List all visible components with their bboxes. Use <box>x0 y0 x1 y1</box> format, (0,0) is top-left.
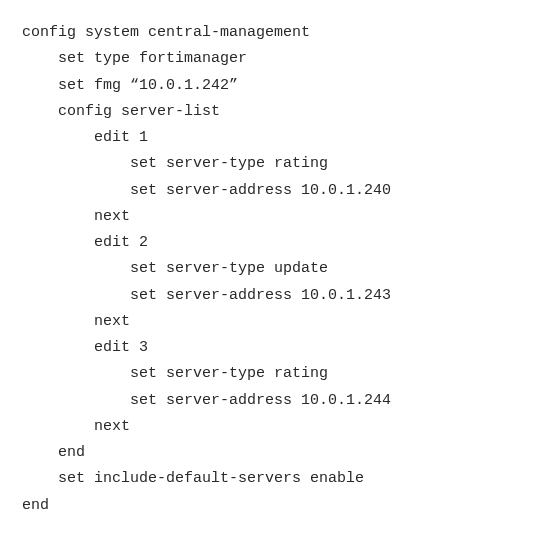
config-code-block: config system central-management set typ… <box>0 0 540 519</box>
